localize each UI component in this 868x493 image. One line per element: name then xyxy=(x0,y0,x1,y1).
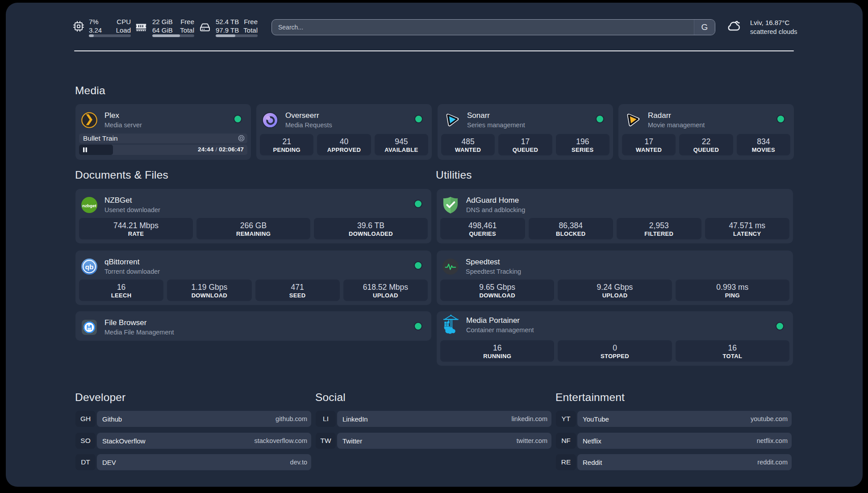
svg-text:qb: qb xyxy=(85,263,94,271)
svg-text:nzbget: nzbget xyxy=(82,203,96,208)
